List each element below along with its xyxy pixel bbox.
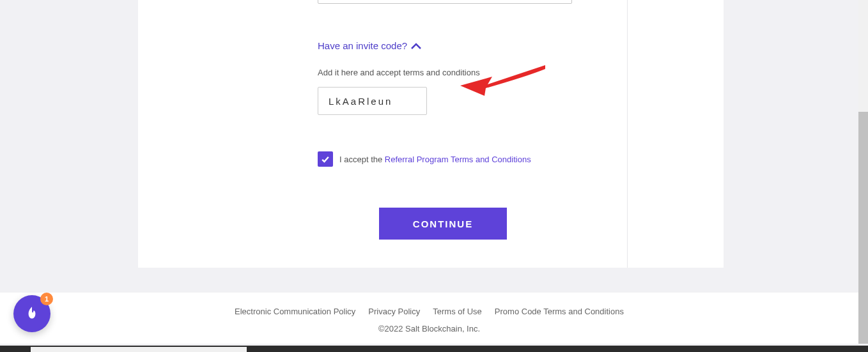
notification-badge: 1 <box>40 293 53 305</box>
terms-prefix: I accept the <box>339 155 385 164</box>
footer-links: Electronic Communication Policy Privacy … <box>0 307 858 316</box>
invite-code-toggle[interactable]: Have an invite code? <box>318 40 421 51</box>
footer: Electronic Communication Policy Privacy … <box>0 293 858 344</box>
footer-link-ecp[interactable]: Electronic Communication Policy <box>235 307 355 316</box>
footer-copyright: ©2022 Salt Blockchain, Inc. <box>0 324 858 333</box>
checkmark-icon <box>320 154 330 164</box>
taskbar-item[interactable] <box>31 347 247 352</box>
invite-code-input[interactable] <box>318 87 427 115</box>
footer-link-terms[interactable]: Terms of Use <box>433 307 482 316</box>
previous-input-field[interactable] <box>318 0 572 4</box>
footer-link-privacy[interactable]: Privacy Policy <box>368 307 420 316</box>
scrollbar-thumb[interactable] <box>858 112 868 344</box>
terms-label: I accept the Referral Program Terms and … <box>339 155 531 164</box>
continue-button[interactable]: CONTINUE <box>379 208 507 240</box>
form-panel: Have an invite code? Add it here and acc… <box>138 0 724 268</box>
taskbar <box>0 346 868 352</box>
terms-checkbox-row: I accept the Referral Program Terms and … <box>318 151 531 167</box>
invite-toggle-label: Have an invite code? <box>318 40 407 51</box>
flame-icon <box>24 305 40 322</box>
arrow-pointer-icon <box>453 60 548 98</box>
terms-link[interactable]: Referral Program Terms and Conditions <box>385 155 531 164</box>
vertical-divider <box>627 0 628 268</box>
floating-help-button[interactable]: 1 <box>13 295 50 332</box>
footer-link-promo[interactable]: Promo Code Terms and Conditions <box>495 307 624 316</box>
terms-checkbox[interactable] <box>318 151 333 167</box>
chevron-up-icon <box>411 40 421 51</box>
